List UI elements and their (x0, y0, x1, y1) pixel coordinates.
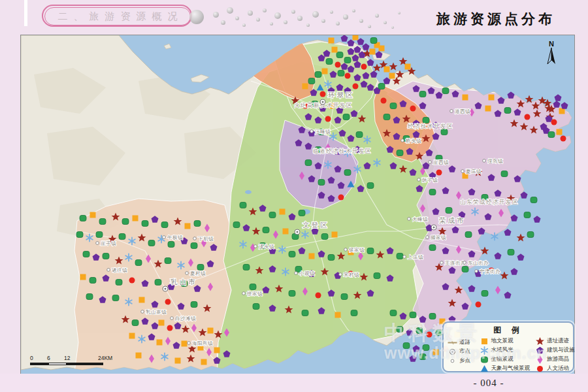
town-marker (186, 272, 189, 275)
resource-point-地文景观 (302, 84, 308, 90)
resource-point-生物景观 (548, 132, 555, 138)
legend-symbol-6 (535, 355, 545, 364)
resource-point-生物景观 (343, 114, 350, 120)
resource-point-地文景观 (384, 67, 390, 73)
resource-point-生物景观 (76, 232, 83, 238)
resource-point-人文活动 (345, 73, 351, 79)
town-marker (483, 159, 486, 163)
resource-point-生物景观 (103, 253, 109, 259)
legend-symbol-town (448, 357, 457, 365)
resource-point-生物景观 (165, 258, 171, 264)
zone-label: 经济技术开发区 (408, 123, 453, 129)
legend-symbol-0 (480, 337, 489, 346)
town-label: 海阳所镇 (192, 340, 213, 346)
town-label: 下初镇 (198, 236, 214, 242)
resource-point-生物景观 (142, 221, 148, 227)
city-label: 乳山市 (171, 278, 197, 286)
resource-point-地文景观 (283, 229, 289, 235)
resource-point-生物景观 (341, 294, 348, 300)
bubble (227, 7, 233, 14)
town-label: 港西镇 (455, 108, 470, 114)
bubble (274, 12, 281, 19)
resource-point-地文景观 (389, 73, 395, 79)
resource-point-生物景观 (161, 222, 168, 228)
resource-point-生物景观 (524, 212, 531, 218)
town-marker (171, 317, 174, 320)
resource-point-生物景观 (240, 203, 246, 208)
legend-item: 地文景观 (480, 336, 535, 346)
bubble (221, 20, 225, 25)
resource-point-生物景观 (501, 171, 508, 177)
bubble (375, 14, 379, 18)
resource-point-地文景观 (489, 95, 495, 101)
resource-point-生物景观 (116, 280, 122, 286)
legend-symbol-7 (535, 365, 545, 373)
resource-point-生物景观 (90, 278, 96, 284)
bubble (330, 10, 333, 14)
legend-title: 图 例 (444, 325, 573, 336)
resource-point-生物景观 (305, 160, 312, 166)
section-title-inner-frame: 二、旅游资源概况 (44, 7, 191, 25)
town-marker (141, 310, 144, 314)
town-marker (107, 269, 110, 272)
scale-bar-segments (30, 363, 103, 365)
resource-point-地文景观 (80, 274, 86, 280)
city-marker (431, 225, 436, 230)
town-marker (463, 261, 466, 265)
legend-label: 遗址遗迹 (547, 337, 569, 345)
resource-point-生物景观 (390, 310, 397, 316)
resource-point-生物景观 (344, 57, 351, 63)
resource-point-生物景观 (442, 88, 449, 94)
resource-point-人文活动 (325, 116, 331, 122)
resource-point-地文景观 (370, 49, 376, 55)
town-marker (163, 236, 166, 239)
resource-point-人文活动 (410, 106, 416, 112)
legend-item: 旅游商品 (535, 355, 570, 364)
north-arrow-glyph (546, 47, 557, 67)
resource-point-生物景观 (289, 252, 295, 257)
town-label: 诸往镇 (112, 267, 127, 273)
resource-point-生物景观 (122, 219, 129, 225)
resource-point-生物景观 (80, 216, 86, 221)
resource-point-生物景观 (397, 150, 403, 156)
resource-point-地文景观 (182, 341, 188, 347)
resource-point-生物景观 (243, 265, 250, 270)
bubble (235, 16, 239, 20)
town-marker (193, 237, 197, 240)
town-label: 王连街办 (445, 260, 466, 266)
bubble (284, 20, 287, 24)
resource-point-生物景观 (531, 197, 537, 203)
resource-point-人文活动 (165, 299, 171, 305)
resource-point-生物景观 (148, 240, 155, 246)
legend-symbol-city (448, 348, 457, 356)
resource-point-地文景观 (157, 340, 163, 346)
scale-segment (30, 363, 48, 365)
city-label: 荣成市 (439, 217, 466, 224)
bubble (391, 26, 394, 29)
resource-point-生物景观 (83, 252, 90, 257)
town-marker (408, 218, 411, 221)
town-marker (417, 178, 421, 182)
resource-point-生物景观 (390, 103, 397, 109)
legend-item: 乡点 (448, 356, 480, 365)
city-label: 环翠区 (328, 91, 355, 99)
resource-point-生物景观 (338, 71, 344, 76)
resource-point-地文景观 (405, 64, 411, 70)
resource-point-生物景观 (429, 189, 436, 195)
resource-point-地文景观 (463, 95, 468, 101)
page-header: 二、旅游资源概况 旅游资源点分布 (0, 0, 588, 35)
bubble (336, 22, 340, 25)
resource-point-生物景观 (132, 320, 139, 326)
resource-point-地文景观 (133, 216, 139, 221)
town-label: 小观镇 (299, 270, 315, 276)
bubble (359, 19, 363, 23)
resource-point-生物景观 (336, 52, 343, 58)
resource-point-生物景观 (351, 310, 357, 316)
legend-label: 天象与气候景观 (491, 365, 531, 372)
bubble (343, 14, 348, 20)
resource-point-人文活动 (561, 136, 566, 142)
legend-label: 旅游商品 (547, 355, 569, 363)
bubble (256, 18, 260, 22)
bubble (352, 9, 355, 12)
town-label: 崖子镇 (101, 240, 116, 246)
